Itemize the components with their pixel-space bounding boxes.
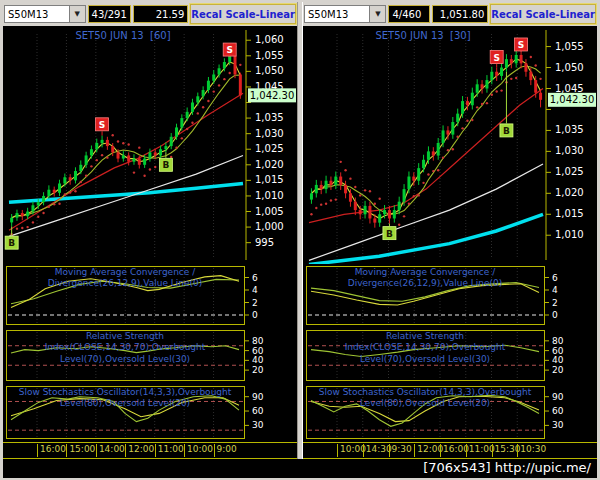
chart-title: SET50 JUN 13 [30] bbox=[303, 30, 543, 41]
chart-title: SET50 JUN 13 [60] bbox=[3, 30, 243, 41]
svg-text:1,015: 1,015 bbox=[555, 208, 584, 219]
macd-title: Moving Average Convergence / Divergence(… bbox=[11, 267, 239, 290]
time-label: 14:30 bbox=[363, 444, 392, 457]
svg-text:6: 6 bbox=[552, 273, 558, 283]
svg-text:B: B bbox=[8, 238, 15, 248]
svg-text:4: 4 bbox=[252, 285, 258, 295]
toolbar-left: S50M13 ▼ 43/291 21.59 Recal Scale-Linear bbox=[3, 2, 297, 26]
symbol-select[interactable]: S50M13 ▼ bbox=[304, 5, 386, 23]
svg-text:60: 60 bbox=[552, 406, 564, 416]
toolbar-right: S50M13 ▼ 4/460 1,051.80 Recal Scale-Line… bbox=[303, 2, 597, 26]
svg-text:1,020: 1,020 bbox=[255, 159, 284, 170]
svg-text:1,005: 1,005 bbox=[255, 206, 284, 217]
time-label: 10:30 bbox=[517, 444, 546, 457]
recal-scale-button[interactable]: Recal Scale-Linear bbox=[190, 4, 296, 24]
svg-text:90: 90 bbox=[552, 392, 564, 402]
svg-text:1,035: 1,035 bbox=[555, 124, 584, 135]
svg-text:80: 80 bbox=[252, 336, 264, 346]
chart-columns: S50M13 ▼ 43/291 21.59 Recal Scale-Linear… bbox=[3, 2, 597, 459]
time-label: 12:00 bbox=[414, 444, 443, 457]
rsi-title: Relative Strength Index(CLOSE,14,30,70),… bbox=[311, 331, 539, 365]
rsi-panel: 80604020 Relative Strength Index(CLOSE,1… bbox=[3, 330, 297, 384]
svg-text:20: 20 bbox=[552, 365, 564, 375]
macd-panel: 6420 Moving Average Convergence / Diverg… bbox=[303, 266, 597, 328]
svg-text:2: 2 bbox=[252, 298, 258, 308]
svg-text:B: B bbox=[503, 126, 510, 136]
bar-counter-field[interactable]: 43/291 bbox=[88, 5, 131, 23]
svg-text:S: S bbox=[99, 120, 105, 130]
chevron-down-icon[interactable]: ▼ bbox=[369, 6, 385, 22]
svg-text:B: B bbox=[386, 229, 393, 239]
svg-text:1,030: 1,030 bbox=[255, 128, 284, 139]
svg-text:1,060: 1,060 bbox=[255, 34, 284, 45]
bar-counter-field[interactable]: 4/460 bbox=[388, 5, 430, 23]
svg-text:90: 90 bbox=[252, 392, 264, 402]
svg-text:30: 30 bbox=[552, 420, 564, 430]
svg-text:4: 4 bbox=[552, 285, 558, 295]
time-axis-left: 16:0015:0014:0012:0011:0010:009:00 bbox=[3, 442, 297, 459]
time-label: 16:00 bbox=[440, 444, 469, 457]
time-label: 14:00 bbox=[96, 444, 125, 457]
svg-text:80: 80 bbox=[552, 336, 564, 346]
svg-text:1,010: 1,010 bbox=[255, 190, 284, 201]
price-chart-right: BSBS1,0101,0151,0201,0251,0301,0351,0451… bbox=[303, 26, 597, 264]
svg-text:S: S bbox=[518, 40, 524, 50]
chevron-down-icon[interactable]: ▼ bbox=[69, 6, 85, 22]
time-axis-right: 10:0014:309:3012:0016:0011:0015:3010:30 bbox=[303, 442, 597, 459]
value-field[interactable]: 21.59 bbox=[133, 5, 189, 23]
svg-text:1,042.30: 1,042.30 bbox=[250, 90, 295, 101]
svg-text:40: 40 bbox=[252, 355, 264, 365]
symbol-select[interactable]: S50M13 ▼ bbox=[4, 5, 86, 23]
svg-text:1,015: 1,015 bbox=[255, 174, 284, 185]
price-chart-svg: BSBS1,0101,0151,0201,0251,0301,0351,0451… bbox=[303, 26, 597, 264]
stoch-panel: 906030 Slow Stochastics Oscillator(14,3,… bbox=[303, 386, 597, 442]
time-label: 9:00 bbox=[214, 444, 237, 457]
macd-panel: 6420 Moving Average Convergence / Diverg… bbox=[3, 266, 297, 328]
time-label: 10:00 bbox=[337, 444, 366, 457]
rsi-panel: 80604020 Relative Strength Index(CLOSE,1… bbox=[303, 330, 597, 384]
svg-text:1,045: 1,045 bbox=[555, 83, 584, 94]
stoch-title: Slow Stochastics Oscillator(14,3,3),Over… bbox=[11, 387, 239, 410]
trading-app-window: S50M13 ▼ 43/291 21.59 Recal Scale-Linear… bbox=[0, 0, 600, 480]
value-field[interactable]: 1,051.80 bbox=[432, 5, 488, 23]
time-label: 15:00 bbox=[66, 444, 95, 457]
svg-text:S: S bbox=[493, 53, 499, 63]
time-label: 10:00 bbox=[184, 444, 213, 457]
price-chart-svg: BSBS9951,0001,0051,0101,0151,0201,0251,0… bbox=[3, 26, 297, 264]
svg-text:20: 20 bbox=[252, 365, 264, 375]
svg-text:S: S bbox=[226, 45, 232, 55]
svg-text:1,010: 1,010 bbox=[555, 229, 584, 240]
symbol-label: S50M13 bbox=[8, 9, 48, 20]
symbol-label: S50M13 bbox=[308, 9, 348, 20]
watermark: [706x543] http://upic.me/ bbox=[3, 459, 597, 478]
svg-text:1,050: 1,050 bbox=[255, 65, 284, 76]
svg-text:0: 0 bbox=[252, 310, 258, 320]
svg-text:1,020: 1,020 bbox=[555, 187, 584, 198]
svg-text:1,025: 1,025 bbox=[255, 143, 284, 154]
svg-text:40: 40 bbox=[552, 355, 564, 365]
time-label: 11:00 bbox=[466, 444, 495, 457]
svg-text:1,042.30: 1,042.30 bbox=[550, 94, 595, 105]
time-label: 15:30 bbox=[492, 444, 521, 457]
time-label: 16:00 bbox=[37, 444, 66, 457]
svg-text:0: 0 bbox=[552, 310, 558, 320]
svg-text:6: 6 bbox=[252, 273, 258, 283]
macd-title: Moving Average Convergence / Divergence(… bbox=[311, 267, 539, 290]
svg-text:60: 60 bbox=[252, 346, 264, 356]
svg-text:995: 995 bbox=[255, 237, 274, 248]
svg-text:1,050: 1,050 bbox=[555, 62, 584, 73]
svg-text:60: 60 bbox=[252, 406, 264, 416]
stoch-panel: 906030 Slow Stochastics Oscillator(14,3,… bbox=[3, 386, 297, 442]
svg-text:60: 60 bbox=[552, 346, 564, 356]
time-label: 11:00 bbox=[155, 444, 184, 457]
price-chart-left: BSBS9951,0001,0051,0101,0151,0201,0251,0… bbox=[3, 26, 297, 264]
recal-scale-button[interactable]: Recal Scale-Linear bbox=[490, 4, 596, 24]
svg-text:1,055: 1,055 bbox=[255, 50, 284, 61]
svg-text:1,055: 1,055 bbox=[555, 41, 584, 52]
svg-text:1,025: 1,025 bbox=[555, 166, 584, 177]
rsi-title: Relative Strength Index(CLOSE,14,30,70),… bbox=[11, 331, 239, 365]
time-label: 9:30 bbox=[389, 444, 412, 457]
chart-panel-left: S50M13 ▼ 43/291 21.59 Recal Scale-Linear… bbox=[3, 2, 297, 459]
stoch-title: Slow Stochastics Oscillator(14,3,3),Over… bbox=[311, 387, 539, 410]
svg-text:2: 2 bbox=[552, 298, 558, 308]
